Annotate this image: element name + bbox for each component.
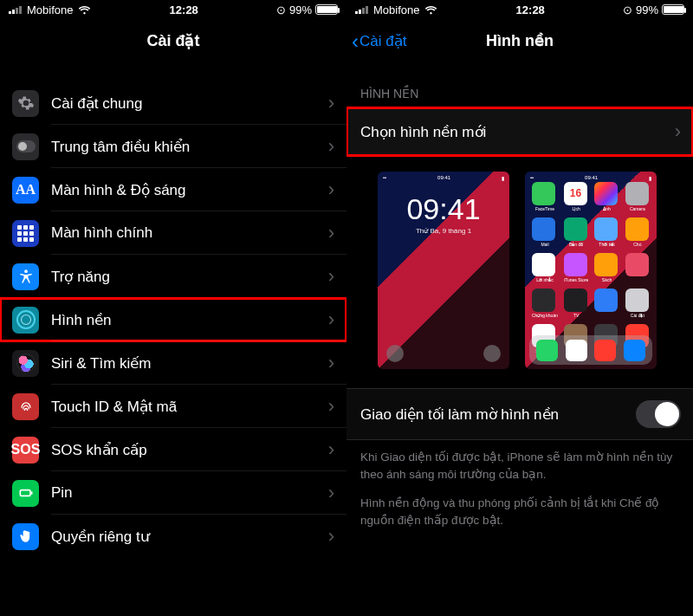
chevron-right-icon: ›	[328, 265, 346, 288]
back-button[interactable]: ‹ Cài đặt	[352, 32, 406, 50]
chevron-right-icon: ›	[328, 222, 346, 244]
cell-signal-icon	[355, 5, 368, 14]
chevron-right-icon: ›	[675, 120, 681, 143]
accessibility-icon	[12, 263, 39, 290]
row-label: Touch ID & Mật mã	[51, 398, 328, 416]
home-screen-icon	[12, 220, 39, 247]
chevron-right-icon: ›	[328, 395, 346, 418]
footer-note: Hình nền động và thu phóng phối cảnh bị …	[346, 483, 693, 528]
choose-new-wallpaper-row[interactable]: Chọn hình nền mới ›	[346, 107, 693, 156]
battery-icon	[662, 4, 684, 15]
lock-date: Thứ Ba, 9 tháng 1	[378, 227, 509, 235]
nav-title-bar: Cài đặt	[0, 19, 346, 62]
row-label: Màn hình chính	[51, 224, 328, 242]
gear-icon	[12, 90, 39, 117]
fingerprint-icon	[12, 393, 39, 420]
chevron-right-icon: ›	[328, 135, 346, 158]
dock	[529, 335, 652, 365]
battery-icon	[315, 4, 338, 15]
row-general[interactable]: Cài đặt chung ›	[0, 81, 346, 125]
camera-icon	[483, 345, 501, 362]
row-label: Trung tâm điều khiển	[51, 138, 328, 156]
battery-row-icon	[12, 480, 39, 507]
row-label: Trợ năng	[51, 268, 328, 286]
row-label: Quyền riêng tư	[51, 528, 328, 546]
carrier-label: Mobifone	[373, 3, 419, 16]
alarm-icon: ⊙	[623, 3, 632, 16]
chevron-right-icon: ›	[328, 178, 346, 201]
settings-root-pane: Mobifone 12:28 ⊙ 99% Cài đặt Cài đặt chu…	[0, 0, 346, 616]
home-screen-preview[interactable]: ••09:41▮ FaceTime 16Lịch Ảnh Camera Mail…	[525, 172, 657, 369]
chevron-right-icon: ›	[328, 352, 346, 374]
row-label: Hình nền	[51, 311, 328, 329]
flashlight-icon	[386, 345, 404, 362]
cell-signal-icon	[9, 5, 22, 14]
section-header: HÌNH NỀN	[346, 62, 693, 107]
row-label: Siri & Tìm kiếm	[51, 354, 328, 373]
toggle-label: Giao diện tối làm mờ hình nền	[360, 405, 559, 424]
chevron-right-icon: ›	[328, 308, 346, 331]
nav-title-bar: ‹ Cài đặt Hình nền	[346, 19, 693, 62]
svg-rect-2	[30, 491, 32, 494]
chevron-right-icon: ›	[328, 92, 346, 114]
toggle-switch[interactable]	[636, 400, 681, 428]
wallpaper-previews: ••09:41▮ 09:41 Thứ Ba, 9 tháng 1 ••09:41…	[346, 156, 693, 388]
battery-pct: 99%	[636, 3, 658, 16]
display-icon: AA	[12, 177, 39, 204]
svg-point-0	[24, 269, 28, 273]
siri-icon	[12, 350, 39, 377]
row-home-screen[interactable]: Màn hình chính ›	[0, 211, 346, 255]
wifi-icon	[424, 5, 437, 15]
chevron-right-icon: ›	[328, 525, 346, 548]
chevron-right-icon: ›	[328, 438, 346, 461]
sos-icon: SOS	[12, 437, 39, 464]
row-control-center[interactable]: Trung tâm điều khiển ›	[0, 125, 346, 168]
control-center-icon	[12, 133, 39, 160]
status-bar: Mobifone 12:28 ⊙ 99%	[346, 0, 693, 19]
row-siri[interactable]: Siri & Tìm kiếm ›	[0, 341, 346, 385]
lock-time: 09:41	[378, 192, 509, 226]
chevron-right-icon: ›	[328, 482, 346, 504]
row-label: Pin	[51, 484, 328, 502]
row-accessibility[interactable]: Trợ năng ›	[0, 255, 346, 298]
lock-screen-preview[interactable]: ••09:41▮ 09:41 Thứ Ba, 9 tháng 1	[378, 172, 509, 369]
page-title: Hình nền	[486, 31, 554, 50]
carrier-label: Mobifone	[27, 3, 73, 16]
wallpaper-icon	[12, 307, 39, 334]
row-battery[interactable]: Pin ›	[0, 471, 346, 515]
row-privacy[interactable]: Quyền riêng tư ›	[0, 515, 346, 558]
row-wallpaper[interactable]: Hình nền ›	[0, 298, 346, 341]
battery-pct: 99%	[289, 3, 312, 16]
settings-list: Cài đặt chung › Trung tâm điều khiển › A…	[0, 81, 346, 558]
wallpaper-settings-pane: Mobifone 12:28 ⊙ 99% ‹ Cài đặt Hình nền …	[346, 0, 693, 616]
row-label: SOS khẩn cấp	[51, 441, 328, 459]
wifi-icon	[78, 5, 91, 15]
row-sos[interactable]: SOS SOS khẩn cấp ›	[0, 428, 346, 471]
status-time: 12:28	[170, 3, 198, 16]
app-grid: FaceTime 16Lịch Ảnh Camera Mail Bản đồ T…	[532, 182, 650, 353]
status-time: 12:28	[516, 3, 545, 16]
status-bar: Mobifone 12:28 ⊙ 99%	[0, 0, 346, 19]
svg-rect-1	[20, 490, 30, 496]
alarm-icon: ⊙	[276, 3, 286, 16]
row-display[interactable]: AA Màn hình & Độ sáng ›	[0, 168, 346, 211]
row-label: Chọn hình nền mới	[360, 123, 486, 141]
footer-note: Khi Giao diện tối được bật, iPhone sẽ là…	[346, 440, 693, 483]
back-label: Cài đặt	[359, 32, 406, 50]
row-touchid[interactable]: Touch ID & Mật mã ›	[0, 385, 346, 428]
row-label: Màn hình & Độ sáng	[51, 181, 328, 199]
dark-dim-toggle-row[interactable]: Giao diện tối làm mờ hình nền	[346, 388, 693, 440]
row-label: Cài đặt chung	[51, 94, 328, 113]
privacy-hand-icon	[12, 523, 39, 550]
page-title: Cài đặt	[146, 31, 199, 50]
